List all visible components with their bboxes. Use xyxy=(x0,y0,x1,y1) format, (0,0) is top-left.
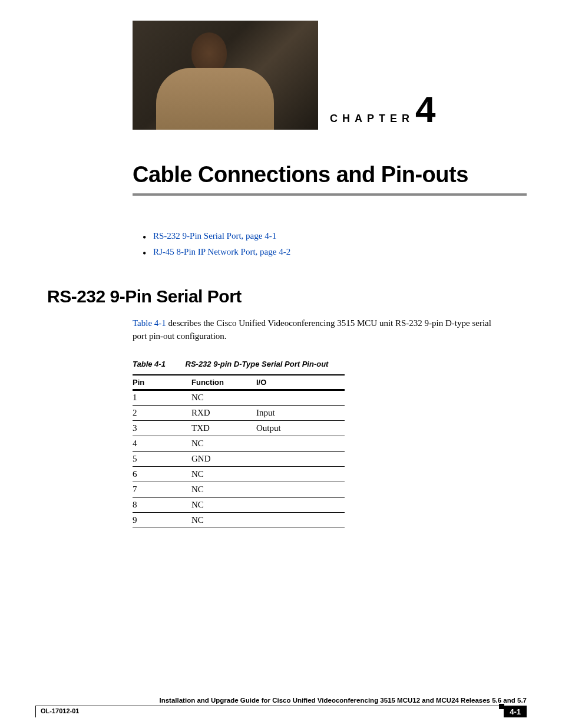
cell-io xyxy=(256,497,345,512)
table-row: 9NC xyxy=(133,512,345,528)
footer-page-number: 4-1 xyxy=(504,706,527,717)
toc-link-rj45[interactable]: RJ-45 8-Pin IP Network Port, page 4-2 xyxy=(153,247,290,256)
table-row: 8NC xyxy=(133,497,345,512)
cell-io xyxy=(256,466,345,482)
cell-pin: 6 xyxy=(133,466,191,482)
section-intro: Table 4-1 describes the Cisco Unified Vi… xyxy=(133,317,503,343)
cell-pin: 8 xyxy=(133,497,191,512)
cell-function: NC xyxy=(191,436,256,451)
table-row: 1NC xyxy=(133,390,345,406)
table-row: 7NC xyxy=(133,482,345,497)
table-title: RS-232 9-pin D-Type Serial Port Pin-out xyxy=(186,360,329,368)
page-title: Cable Connections and Pin-outs xyxy=(133,162,527,187)
toc-link-rs232[interactable]: RS-232 9-Pin Serial Port, page 4-1 xyxy=(153,231,276,241)
cell-function: NC xyxy=(191,512,256,528)
th-pin: Pin xyxy=(133,375,191,390)
table-caption: Table 4-1 RS-232 9-pin D-Type Serial Por… xyxy=(133,360,527,368)
section-heading: RS-232 9-Pin Serial Port xyxy=(47,286,527,307)
table-row: 5GND xyxy=(133,451,345,466)
cell-function: RXD xyxy=(191,405,256,420)
page-footer: Installation and Upgrade Guide for Cisco… xyxy=(35,697,527,717)
cell-pin: 1 xyxy=(133,390,191,406)
cell-io xyxy=(256,390,345,406)
title-rule xyxy=(133,193,527,196)
cell-function: NC xyxy=(191,466,256,482)
table-of-contents: RS-232 9-Pin Serial Port, page 4-1 RJ-45… xyxy=(153,228,527,260)
footer-decoration xyxy=(492,706,504,717)
cell-io xyxy=(256,512,345,528)
cell-io: Output xyxy=(256,420,345,436)
cell-pin: 4 xyxy=(133,436,191,451)
table-row: 6NC xyxy=(133,466,345,482)
cell-pin: 9 xyxy=(133,512,191,528)
pinout-table: Pin Function I/O 1NC2RXDInput3TXDOutput4… xyxy=(133,374,345,528)
chapter-label-block: CHAPTER 4 xyxy=(330,95,436,130)
chapter-number: 4 xyxy=(415,95,435,124)
cell-function: GND xyxy=(191,451,256,466)
table-number: Table 4-1 xyxy=(133,360,166,368)
cell-pin: 2 xyxy=(133,405,191,420)
cell-function: TXD xyxy=(191,420,256,436)
table-ref-link[interactable]: Table 4-1 xyxy=(133,318,166,328)
cell-io xyxy=(256,451,345,466)
table-row: 3TXDOutput xyxy=(133,420,345,436)
footer-guide-title: Installation and Upgrade Guide for Cisco… xyxy=(35,697,527,706)
cell-function: NC xyxy=(191,497,256,512)
cell-io xyxy=(256,436,345,451)
footer-doc-number: OL-17012-01 xyxy=(35,706,492,717)
chapter-photo xyxy=(133,21,318,130)
cell-pin: 5 xyxy=(133,451,191,466)
th-function: Function xyxy=(191,375,256,390)
cell-io: Input xyxy=(256,405,345,420)
chapter-word: CHAPTER xyxy=(330,113,414,125)
table-row: 4NC xyxy=(133,436,345,451)
cell-pin: 7 xyxy=(133,482,191,497)
section-intro-text: describes the Cisco Unified Videoconfere… xyxy=(133,318,491,341)
table-row: 2RXDInput xyxy=(133,405,345,420)
th-io: I/O xyxy=(256,375,345,390)
cell-pin: 3 xyxy=(133,420,191,436)
cell-io xyxy=(256,482,345,497)
cell-function: NC xyxy=(191,390,256,406)
cell-function: NC xyxy=(191,482,256,497)
